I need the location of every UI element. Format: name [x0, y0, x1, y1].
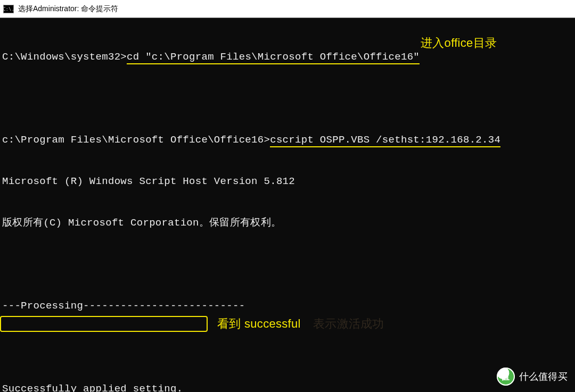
- copyright: 版权所有(C) Microsoft Corporation。保留所有权利。: [2, 216, 573, 230]
- watermark-badge-icon: [497, 368, 515, 386]
- watermark: 什么值得买: [497, 368, 568, 386]
- success-setting: Successfully applied setting.: [2, 382, 573, 392]
- processing-1: ---Processing--------------------------: [2, 299, 573, 313]
- title-bar: C:\. 选择Administrator: 命令提示符: [0, 0, 575, 18]
- prompt: C:\Windows\system32>: [2, 51, 127, 63]
- line-cd: C:\Windows\system32>cd "c:\Program Files…: [2, 50, 573, 64]
- line-sethst: c:\Program Files\Microsoft Office\Office…: [2, 133, 573, 147]
- cmd-sethst: cscript OSPP.VBS /sethst:192.168.2.34: [270, 134, 500, 147]
- cmd-cd: cd "c:\Program Files\Microsoft Office\Of…: [127, 51, 420, 64]
- highlight-box-activation: [0, 316, 208, 332]
- watermark-text: 什么值得买: [519, 370, 568, 383]
- wsh-version: Microsoft (R) Windows Script Host Versio…: [2, 174, 573, 188]
- annotation-ghost-text: 表示激活成功: [313, 317, 384, 331]
- terminal-output[interactable]: C:\Windows\system32>cd "c:\Program Files…: [0, 18, 575, 392]
- window-title: 选择Administrator: 命令提示符: [18, 4, 118, 14]
- cmd-icon: C:\.: [3, 5, 14, 13]
- annotation-see-successful: 看到 successful: [217, 317, 304, 331]
- prompt: c:\Program Files\Microsoft Office\Office…: [2, 134, 270, 146]
- annotation-enter-office: 进入office目录: [421, 36, 497, 50]
